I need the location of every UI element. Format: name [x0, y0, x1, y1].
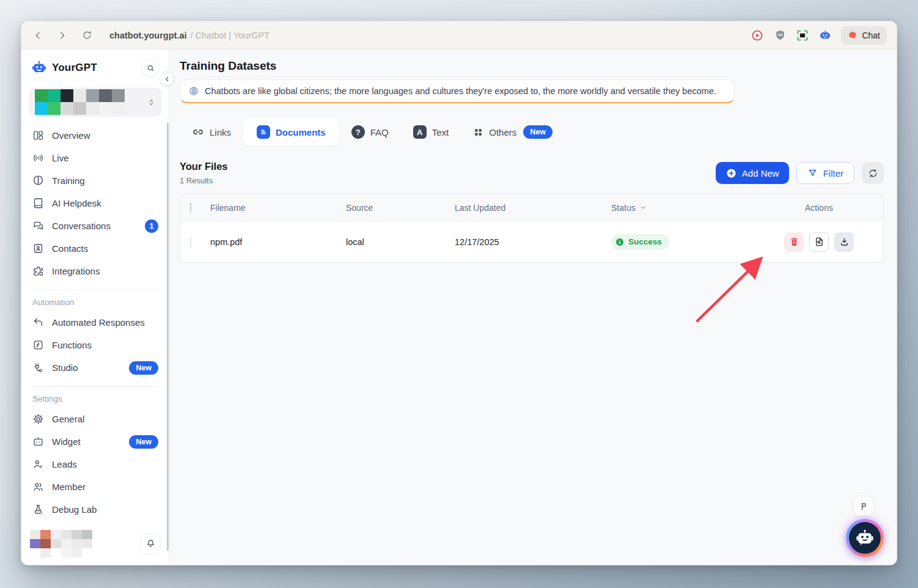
live-icon — [32, 152, 44, 164]
chat-extension-button[interactable]: Chat — [841, 26, 887, 45]
forward-button[interactable] — [56, 29, 69, 42]
info-circle-icon — [615, 237, 625, 247]
sidebar-item-label: Member — [52, 482, 86, 492]
tab-label: Links — [210, 127, 231, 138]
contact-card-icon — [32, 243, 44, 254]
column-header-actions: Actions — [755, 203, 883, 213]
sidebar-item-ai-helpdesk[interactable]: AI Helpdesk — [29, 192, 162, 215]
reload-button[interactable] — [80, 29, 94, 42]
feedback-flag-button[interactable] — [853, 496, 874, 516]
reply-arrow-icon — [32, 317, 44, 328]
table-header-row: Filename Source Last Updated Status Acti… — [180, 194, 883, 221]
sidebar-item-member[interactable]: Member — [29, 476, 162, 498]
capture-extension-icon[interactable] — [796, 29, 809, 42]
cell-source: local — [343, 237, 452, 247]
browser-window: chatbot.yourgpt.ai/ Chatbot | YourGPT UO… — [21, 21, 897, 565]
sidebar-item-label: AI Helpdesk — [52, 198, 101, 208]
preview-file-button[interactable] — [809, 232, 829, 252]
delete-file-button[interactable] — [784, 232, 804, 252]
column-header-status[interactable]: Status — [608, 203, 755, 213]
sidebar-item-functions[interactable]: Functions — [29, 334, 162, 356]
status-badge: Success — [611, 234, 669, 250]
new-badge: New — [523, 125, 553, 139]
studio-plug-icon — [32, 362, 44, 373]
workspace-name-redacted — [35, 89, 125, 115]
column-header-last-updated: Last Updated — [452, 203, 608, 213]
sidebar-item-label: General — [52, 414, 84, 424]
add-new-label: Add New — [742, 168, 779, 178]
tab-links[interactable]: Links — [180, 119, 243, 145]
training-brain-icon — [32, 175, 44, 186]
tab-text[interactable]: A Text — [401, 118, 461, 146]
trash-icon — [789, 237, 799, 247]
sidebar-item-label: Studio — [52, 362, 78, 373]
workspace-selector[interactable] — [29, 87, 162, 117]
new-badge: New — [129, 361, 158, 375]
notifications-bell-button[interactable] — [140, 534, 161, 554]
column-header-source: Source — [343, 203, 452, 213]
quote-banner: Chatbots are like global citizens; the m… — [180, 79, 735, 103]
select-all-checkbox[interactable] — [190, 202, 191, 213]
sidebar-item-label: Overview — [52, 130, 90, 141]
sidebar-item-debug-lab[interactable]: Debug Lab — [29, 498, 162, 521]
files-table: Filename Source Last Updated Status Acti… — [180, 194, 884, 263]
brand-name: YourGPT — [52, 62, 97, 74]
sidebar-item-label: Training — [52, 175, 85, 186]
chatbot-launcher-button[interactable] — [846, 519, 884, 557]
sidebar-item-label: Leads — [52, 459, 77, 469]
sidebar-item-training[interactable]: Training — [29, 169, 162, 192]
sidebar-item-leads[interactable]: Leads — [29, 453, 162, 476]
sidebar-item-label: Automated Responses — [52, 317, 145, 328]
sidebar-item-live[interactable]: Live — [29, 147, 162, 169]
document-search-icon — [814, 237, 824, 247]
url-host: chatbot.yourgpt.ai — [109, 31, 186, 40]
back-button[interactable] — [31, 29, 45, 42]
sidebar-item-integrations[interactable]: Integrations — [29, 260, 162, 282]
yourgpt-logo-icon — [31, 60, 47, 76]
url-page-title: / Chatbot | YourGPT — [190, 31, 270, 40]
row-checkbox[interactable] — [190, 237, 191, 248]
sidebar-search-button[interactable] — [141, 59, 160, 77]
cell-filename: npm.pdf — [207, 237, 343, 247]
tab-faq[interactable]: ? FAQ — [339, 118, 401, 146]
sidebar-scrollbar[interactable] — [167, 123, 169, 551]
tab-documents[interactable]: Documents — [243, 118, 339, 146]
sidebar-item-studio[interactable]: Studio New — [29, 356, 162, 379]
globe-icon — [188, 86, 199, 97]
download-file-button[interactable] — [834, 232, 854, 252]
divider — [32, 386, 158, 387]
people-icon — [32, 481, 44, 493]
robot-extension-icon[interactable] — [818, 29, 832, 42]
sidebar-item-automated-responses[interactable]: Automated Responses — [29, 311, 162, 334]
sidebar-collapse-button[interactable] — [160, 72, 174, 86]
sidebar: YourGPT Overview — [21, 50, 170, 565]
refresh-button[interactable] — [862, 162, 884, 184]
svg-text:UO: UO — [778, 33, 783, 37]
user-info-redacted[interactable] — [30, 530, 92, 557]
sidebar-item-overview[interactable]: Overview — [29, 124, 162, 147]
status-label: Success — [628, 237, 662, 246]
play-extension-icon[interactable] — [751, 29, 764, 42]
sidebar-item-label: Live — [52, 153, 69, 163]
sidebar-item-contacts[interactable]: Contacts — [29, 237, 162, 260]
chevron-up-down-icon — [147, 98, 156, 107]
dataset-tabs: Links Documents ? FAQ A Text Others — [180, 118, 884, 146]
sidebar-item-conversations[interactable]: Conversations 1 — [29, 215, 162, 237]
filter-button[interactable]: Filter — [796, 162, 854, 184]
shield-extension-icon[interactable]: UO — [773, 29, 787, 42]
chat-label: Chat — [862, 31, 880, 40]
browser-toolbar: chatbot.yourgpt.ai/ Chatbot | YourGPT UO… — [21, 21, 897, 50]
add-new-button[interactable]: Add New — [716, 162, 789, 184]
sidebar-item-general[interactable]: General — [29, 408, 162, 430]
tab-label: Documents — [276, 127, 326, 138]
chat-bubble-icon — [848, 31, 857, 40]
tab-label: FAQ — [370, 127, 389, 138]
address-bar[interactable]: chatbot.yourgpt.ai/ Chatbot | YourGPT — [109, 31, 270, 40]
sidebar-item-widget[interactable]: Widget New — [29, 430, 162, 453]
tab-others[interactable]: Others New — [461, 118, 565, 146]
main-content: Training Datasets Chatbots are like glob… — [170, 50, 897, 565]
cell-last-updated: 12/17/2025 — [452, 237, 608, 247]
sidebar-item-label: Conversations — [52, 221, 111, 231]
section-label-settings: Settings — [32, 394, 158, 403]
unread-count-badge: 1 — [145, 219, 158, 233]
